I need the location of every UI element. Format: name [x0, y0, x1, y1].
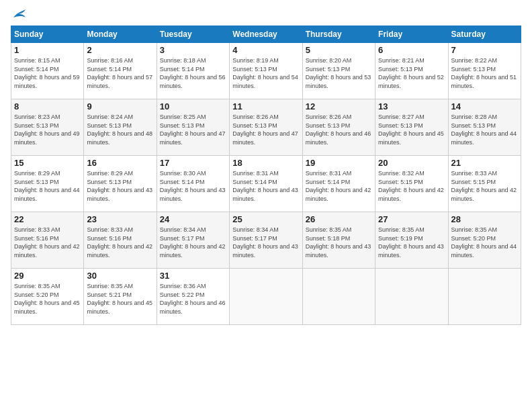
calendar-cell [230, 269, 302, 325]
calendar-cell: 13Sunrise: 8:27 AMSunset: 5:13 PMDayligh… [375, 99, 448, 156]
calendar-cell: 26Sunrise: 8:35 AMSunset: 5:18 PMDayligh… [302, 212, 375, 269]
day-detail: Sunrise: 8:26 AMSunset: 5:13 PMDaylight:… [232, 113, 298, 146]
day-number: 2 [87, 45, 153, 55]
calendar-cell: 16Sunrise: 8:29 AMSunset: 5:13 PMDayligh… [84, 156, 157, 212]
calendar-cell [302, 269, 375, 325]
day-number: 25 [232, 214, 299, 224]
day-number: 27 [378, 214, 445, 224]
calendar-week-1: 1Sunrise: 8:15 AMSunset: 5:14 PMDaylight… [11, 43, 521, 99]
day-detail: Sunrise: 8:24 AMSunset: 5:13 PMDaylight:… [87, 113, 152, 146]
calendar-week-2: 8Sunrise: 8:23 AMSunset: 5:13 PMDaylight… [11, 99, 521, 156]
day-number: 16 [87, 158, 153, 168]
day-detail: Sunrise: 8:25 AMSunset: 5:13 PMDaylight:… [160, 113, 226, 146]
day-detail: Sunrise: 8:33 AMSunset: 5:16 PMDaylight:… [14, 226, 80, 259]
day-detail: Sunrise: 8:31 AMSunset: 5:14 PMDaylight:… [306, 170, 371, 202]
calendar: SundayMondayTuesdayWednesdayThursdayFrid… [11, 26, 521, 325]
day-number: 30 [87, 271, 153, 281]
day-detail: Sunrise: 8:23 AMSunset: 5:13 PMDaylight:… [14, 113, 80, 146]
day-number: 31 [160, 271, 226, 281]
day-number: 17 [160, 158, 226, 168]
calendar-cell: 31Sunrise: 8:36 AMSunset: 5:22 PMDayligh… [157, 269, 229, 325]
day-number: 15 [14, 158, 81, 168]
day-number: 26 [306, 214, 372, 224]
calendar-cell [375, 269, 448, 325]
weekday-header-sunday: Sunday [11, 26, 84, 43]
day-number: 13 [378, 101, 445, 111]
calendar-cell: 15Sunrise: 8:29 AMSunset: 5:13 PMDayligh… [11, 156, 84, 212]
calendar-cell: 4Sunrise: 8:19 AMSunset: 5:13 PMDaylight… [230, 43, 302, 99]
day-number: 20 [378, 158, 445, 168]
day-number: 23 [87, 214, 153, 224]
logo-bird-icon [12, 8, 27, 20]
day-number: 24 [160, 214, 226, 224]
day-number: 7 [451, 45, 518, 55]
day-detail: Sunrise: 8:20 AMSunset: 5:13 PMDaylight:… [306, 57, 371, 89]
day-detail: Sunrise: 8:19 AMSunset: 5:13 PMDaylight:… [232, 57, 298, 89]
calendar-week-4: 22Sunrise: 8:33 AMSunset: 5:16 PMDayligh… [11, 212, 521, 269]
day-number: 28 [451, 214, 518, 224]
day-number: 9 [87, 101, 153, 111]
day-detail: Sunrise: 8:18 AMSunset: 5:14 PMDaylight:… [160, 57, 226, 89]
day-detail: Sunrise: 8:34 AMSunset: 5:17 PMDaylight:… [160, 226, 226, 259]
day-detail: Sunrise: 8:32 AMSunset: 5:15 PMDaylight:… [378, 170, 444, 202]
day-detail: Sunrise: 8:22 AMSunset: 5:13 PMDaylight:… [451, 57, 517, 89]
calendar-cell: 2Sunrise: 8:16 AMSunset: 5:14 PMDaylight… [84, 43, 157, 99]
day-detail: Sunrise: 8:35 AMSunset: 5:20 PMDaylight:… [451, 226, 517, 259]
day-detail: Sunrise: 8:29 AMSunset: 5:13 PMDaylight:… [87, 170, 152, 202]
day-number: 29 [14, 271, 81, 281]
weekday-header-wednesday: Wednesday [230, 26, 302, 43]
calendar-cell: 10Sunrise: 8:25 AMSunset: 5:13 PMDayligh… [157, 99, 229, 156]
day-detail: Sunrise: 8:26 AMSunset: 5:13 PMDaylight:… [306, 113, 371, 146]
calendar-week-5: 29Sunrise: 8:35 AMSunset: 5:20 PMDayligh… [11, 269, 521, 325]
calendar-cell: 12Sunrise: 8:26 AMSunset: 5:13 PMDayligh… [302, 99, 375, 156]
day-detail: Sunrise: 8:35 AMSunset: 5:21 PMDaylight:… [87, 283, 152, 315]
calendar-cell: 24Sunrise: 8:34 AMSunset: 5:17 PMDayligh… [157, 212, 229, 269]
calendar-cell: 25Sunrise: 8:34 AMSunset: 5:17 PMDayligh… [230, 212, 302, 269]
weekday-header-saturday: Saturday [448, 26, 521, 43]
day-number: 10 [160, 101, 226, 111]
calendar-cell: 5Sunrise: 8:20 AMSunset: 5:13 PMDaylight… [302, 43, 375, 99]
weekday-header-friday: Friday [375, 26, 448, 43]
day-number: 12 [306, 101, 372, 111]
calendar-header-row: SundayMondayTuesdayWednesdayThursdayFrid… [11, 26, 521, 43]
day-number: 19 [306, 158, 372, 168]
calendar-cell: 20Sunrise: 8:32 AMSunset: 5:15 PMDayligh… [375, 156, 448, 212]
calendar-cell: 29Sunrise: 8:35 AMSunset: 5:20 PMDayligh… [11, 269, 84, 325]
calendar-cell: 28Sunrise: 8:35 AMSunset: 5:20 PMDayligh… [448, 212, 521, 269]
calendar-cell: 11Sunrise: 8:26 AMSunset: 5:13 PMDayligh… [230, 99, 302, 156]
day-detail: Sunrise: 8:31 AMSunset: 5:14 PMDaylight:… [232, 170, 298, 202]
page: SundayMondayTuesdayWednesdayThursdayFrid… [0, 0, 532, 411]
calendar-cell: 17Sunrise: 8:30 AMSunset: 5:14 PMDayligh… [157, 156, 229, 212]
calendar-cell: 6Sunrise: 8:21 AMSunset: 5:13 PMDaylight… [375, 43, 448, 99]
day-number: 11 [232, 101, 299, 111]
day-detail: Sunrise: 8:36 AMSunset: 5:22 PMDaylight:… [160, 283, 226, 315]
day-number: 8 [14, 101, 81, 111]
day-detail: Sunrise: 8:30 AMSunset: 5:14 PMDaylight:… [160, 170, 226, 202]
day-detail: Sunrise: 8:16 AMSunset: 5:14 PMDaylight:… [87, 57, 152, 89]
calendar-week-3: 15Sunrise: 8:29 AMSunset: 5:13 PMDayligh… [11, 156, 521, 212]
day-detail: Sunrise: 8:28 AMSunset: 5:13 PMDaylight:… [451, 113, 517, 146]
calendar-cell: 7Sunrise: 8:22 AMSunset: 5:13 PMDaylight… [448, 43, 521, 99]
day-detail: Sunrise: 8:35 AMSunset: 5:18 PMDaylight:… [306, 226, 371, 259]
calendar-cell: 1Sunrise: 8:15 AMSunset: 5:14 PMDaylight… [11, 43, 84, 99]
calendar-cell: 18Sunrise: 8:31 AMSunset: 5:14 PMDayligh… [230, 156, 302, 212]
day-number: 1 [14, 45, 81, 55]
day-number: 3 [160, 45, 226, 55]
calendar-cell: 21Sunrise: 8:33 AMSunset: 5:15 PMDayligh… [448, 156, 521, 212]
day-detail: Sunrise: 8:29 AMSunset: 5:13 PMDaylight:… [14, 170, 80, 202]
calendar-cell: 3Sunrise: 8:18 AMSunset: 5:14 PMDaylight… [157, 43, 229, 99]
day-detail: Sunrise: 8:15 AMSunset: 5:14 PMDaylight:… [14, 57, 80, 89]
calendar-cell: 22Sunrise: 8:33 AMSunset: 5:16 PMDayligh… [11, 212, 84, 269]
day-detail: Sunrise: 8:33 AMSunset: 5:16 PMDaylight:… [87, 226, 152, 259]
weekday-header-tuesday: Tuesday [157, 26, 229, 43]
day-detail: Sunrise: 8:27 AMSunset: 5:13 PMDaylight:… [378, 113, 444, 146]
calendar-cell: 27Sunrise: 8:35 AMSunset: 5:19 PMDayligh… [375, 212, 448, 269]
day-number: 6 [378, 45, 445, 55]
calendar-cell: 9Sunrise: 8:24 AMSunset: 5:13 PMDaylight… [84, 99, 157, 156]
day-detail: Sunrise: 8:33 AMSunset: 5:15 PMDaylight:… [451, 170, 517, 202]
day-number: 4 [232, 45, 299, 55]
calendar-cell: 30Sunrise: 8:35 AMSunset: 5:21 PMDayligh… [84, 269, 157, 325]
day-detail: Sunrise: 8:35 AMSunset: 5:19 PMDaylight:… [378, 226, 444, 259]
logo [11, 11, 27, 20]
calendar-cell: 23Sunrise: 8:33 AMSunset: 5:16 PMDayligh… [84, 212, 157, 269]
